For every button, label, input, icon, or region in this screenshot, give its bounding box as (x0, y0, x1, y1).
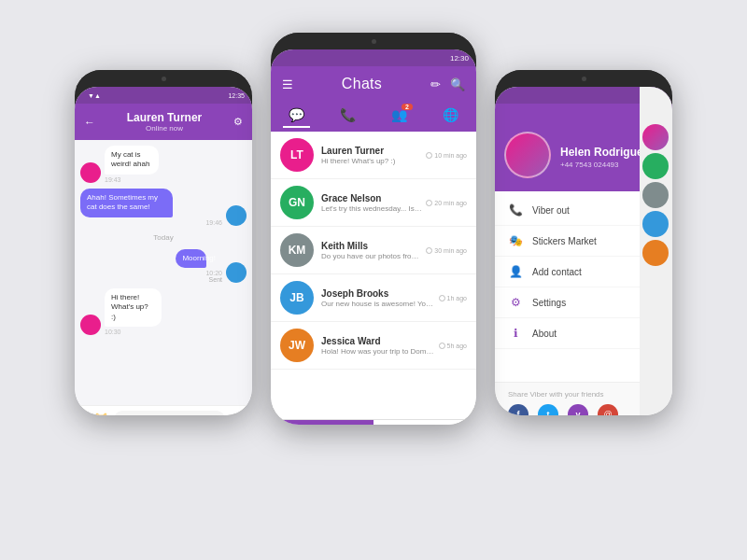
message-time: 10:20 (176, 270, 222, 276)
avatar: LT (280, 138, 314, 172)
mic-icon[interactable]: 🎤 (231, 413, 245, 415)
message-bubble: Moorning! (176, 249, 205, 268)
message-bubble: Ahah! Sometimes my cat does the same! (80, 189, 173, 217)
menu-item-label: Add contact (532, 267, 582, 277)
tab-chat[interactable]: 💬 (283, 105, 310, 128)
more-tab-icon: 🌐 (443, 107, 458, 122)
search-icon[interactable]: 🔍 (450, 77, 465, 91)
edit-icon[interactable]: ✏ (430, 77, 441, 91)
contact-mini-avatar (642, 182, 669, 208)
add-contact-icon: 👤 (508, 265, 523, 278)
menu-item-label: Viber out (532, 205, 570, 216)
message-time: 10:30 (105, 329, 191, 335)
message-bubble-incoming: Hi there! What's up? :) 10:30 (105, 288, 191, 335)
contact-mini-avatar (642, 124, 669, 150)
contacts-side-strip (640, 87, 672, 415)
chat-list-item[interactable]: JB Joseph Brooks Our new house is awesom… (271, 274, 476, 322)
bottom-tabs: All Groups (271, 419, 476, 425)
left-signal: ▼▲ (88, 92, 101, 99)
avatar (80, 162, 101, 183)
message-row: My cat is weird! ahah 19:43 (80, 146, 247, 183)
left-phone: ▼▲ 12:35 ← Lauren Turner Online now ⚙ (75, 70, 252, 415)
chat-item-message: Hola! How was your trip to Dominican Rep… (321, 347, 435, 356)
message-bubble-outgoing: Ahah! Sometimes my cat does the same! 19… (80, 189, 222, 226)
chat-list: LT Lauren Turner Hi there! What's up? :)… (271, 132, 476, 419)
chat-item-time: 1h ago (439, 295, 467, 301)
messages-area: My cat is weird! ahah 19:43 Ahah! Someti… (75, 140, 252, 405)
profile-avatar (504, 132, 551, 178)
chat-item-time: 10 min ago (426, 152, 467, 159)
chat-item-name: Joseph Brooks (321, 288, 435, 299)
chat-input-bar: + 🐱 🎤 (75, 405, 252, 415)
chat-item-message: Our new house is awesome! You should com… (321, 300, 435, 308)
chat-list-item[interactable]: KM Keith Mills Do you have our photos fr… (271, 227, 476, 274)
profile-info-row: Helen Rodriguez ✏ +44 7543 024493 (504, 132, 659, 182)
contact-mini-avatar (642, 211, 669, 237)
plus-icon[interactable]: + (82, 413, 89, 415)
facebook-share-button[interactable]: f (508, 404, 529, 415)
chat-item-time: 5h ago (439, 343, 467, 349)
tab-contacts[interactable]: 👥 2 (386, 105, 413, 128)
chat-item-message: Do you have our photos from the nye? (321, 252, 422, 260)
right-phone: 12:30 ☰ Helen Rodriguez ✏ +44 7543 02449… (495, 70, 672, 415)
bottom-tab-groups[interactable]: Groups (374, 420, 476, 425)
right-phone-notch (495, 70, 672, 87)
twitter-share-button[interactable]: t (538, 404, 558, 415)
chat-input-field[interactable] (114, 411, 225, 415)
message-bubble-outgoing: Moorning! 10:20 Sent (176, 249, 222, 283)
email-share-button[interactable]: @ (598, 404, 618, 415)
message-time: 19:46 (80, 219, 222, 226)
emoji-icon[interactable]: 🐱 (94, 413, 108, 415)
avatar (226, 262, 247, 283)
chat-list-item[interactable]: GN Grace Nelson Let's try this wednesday… (271, 179, 476, 227)
avatar (80, 315, 101, 335)
camera-dot (372, 39, 376, 44)
tab-calls[interactable]: 📞 (334, 105, 361, 128)
profile-name: Helen Rodriguez (560, 146, 649, 159)
tab-more[interactable]: 🌐 (437, 105, 464, 128)
center-phone-notch (271, 33, 476, 49)
menu-item-label: Settings (532, 298, 566, 308)
avatar: JW (280, 329, 314, 362)
chat-item-time: 20 min ago (426, 200, 467, 206)
day-divider: Today (80, 233, 247, 242)
camera-dot (582, 77, 586, 81)
left-phone-notch (75, 70, 252, 87)
chat-tab-icon: 💬 (289, 107, 304, 122)
center-status-bar: 12:30 (271, 49, 476, 66)
left-phone-screen: ▼▲ 12:35 ← Lauren Turner Online now ⚙ (75, 87, 252, 415)
contacts-badge: 2 (402, 104, 413, 110)
chat-item-name: Lauren Turner (321, 146, 422, 156)
avatar: GN (280, 186, 314, 219)
settings-icon: ⚙ (508, 296, 523, 309)
back-button[interactable]: ← (84, 116, 95, 129)
message-row: Moorning! 10:20 Sent (80, 249, 247, 283)
chat-contact-name: Lauren Turner (101, 111, 228, 124)
about-icon: ℹ (508, 327, 523, 340)
chat-contact-status: Online now (101, 124, 228, 133)
avatar: JB (280, 281, 314, 315)
chat-item-content: Joseph Brooks Our new house is awesome! … (321, 288, 435, 308)
app-header-top: ☰ Chats ✏ 🔍 (282, 76, 465, 92)
camera-dot (162, 77, 166, 81)
chat-list-item[interactable]: JW Jessica Ward Hola! How was your trip … (271, 322, 476, 370)
viber-share-button[interactable]: v (568, 404, 588, 415)
tabs-row: 💬 📞 👥 2 🌐 (271, 100, 476, 132)
chat-item-meta: 1h ago (439, 295, 467, 301)
time-icon (426, 200, 432, 206)
share-icons: f t v @ (508, 404, 659, 415)
message-row: Hi there! What's up? :) 10:30 (80, 288, 247, 335)
menu-icon[interactable]: ☰ (282, 77, 293, 91)
left-status-bar: ▼▲ 12:35 (75, 87, 252, 104)
chat-item-content: Grace Nelson Let's try this wednesday...… (321, 193, 422, 213)
right-phone-screen: 12:30 ☰ Helen Rodriguez ✏ +44 7543 02449… (495, 87, 672, 415)
chat-item-message: Let's try this wednesday... Is that alri… (321, 204, 422, 213)
chat-settings-icon[interactable]: ⚙ (233, 116, 243, 128)
menu-item-label: About (532, 329, 557, 339)
avatar: KM (280, 233, 314, 267)
chat-item-name: Grace Nelson (321, 193, 422, 203)
bottom-tab-all[interactable]: All (271, 420, 374, 425)
chat-list-item[interactable]: LT Lauren Turner Hi there! What's up? :)… (271, 132, 476, 179)
message-bubble: My cat is weird! ahah (105, 146, 159, 175)
center-status-time: 12:30 (450, 54, 469, 63)
